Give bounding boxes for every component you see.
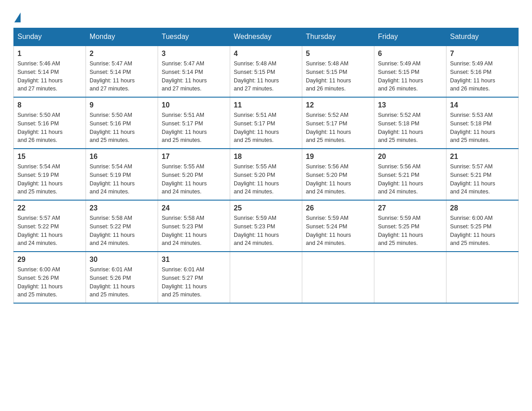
day-info: Sunrise: 5:47 AMSunset: 5:14 PMDaylight:… <box>162 60 226 93</box>
day-number: 7 <box>450 50 515 58</box>
day-info: Sunrise: 5:54 AMSunset: 5:19 PMDaylight:… <box>17 163 82 196</box>
weekday-header-thursday: Thursday <box>302 28 374 46</box>
page-header <box>13 9 519 23</box>
calendar-cell: 30 Sunrise: 6:01 AMSunset: 5:26 PMDaylig… <box>86 252 158 303</box>
day-info: Sunrise: 5:56 AMSunset: 5:21 PMDaylight:… <box>378 163 442 196</box>
day-info: Sunrise: 5:49 AMSunset: 5:16 PMDaylight:… <box>450 60 515 93</box>
day-number: 18 <box>234 153 298 161</box>
day-info: Sunrise: 6:01 AMSunset: 5:26 PMDaylight:… <box>90 265 154 299</box>
calendar-cell: 14 Sunrise: 5:53 AMSunset: 5:18 PMDaylig… <box>446 97 519 149</box>
week-row-4: 22 Sunrise: 5:57 AMSunset: 5:22 PMDaylig… <box>14 200 519 252</box>
day-info: Sunrise: 5:50 AMSunset: 5:16 PMDaylight:… <box>17 111 82 145</box>
day-info: Sunrise: 5:46 AMSunset: 5:14 PMDaylight:… <box>17 60 82 93</box>
calendar-cell: 16 Sunrise: 5:54 AMSunset: 5:19 PMDaylig… <box>86 149 158 200</box>
calendar-cell: 19 Sunrise: 5:56 AMSunset: 5:20 PMDaylig… <box>302 149 374 200</box>
week-row-1: 1 Sunrise: 5:46 AMSunset: 5:14 PMDayligh… <box>14 46 519 97</box>
day-info: Sunrise: 5:57 AMSunset: 5:21 PMDaylight:… <box>450 163 515 196</box>
calendar-cell: 7 Sunrise: 5:49 AMSunset: 5:16 PMDayligh… <box>446 46 519 97</box>
day-number: 10 <box>162 101 226 109</box>
day-number: 21 <box>450 153 515 161</box>
calendar-cell <box>374 252 446 303</box>
day-number: 6 <box>378 50 442 58</box>
day-number: 17 <box>162 153 226 161</box>
day-number: 15 <box>17 153 82 161</box>
day-number: 11 <box>234 101 298 109</box>
calendar-cell: 6 Sunrise: 5:49 AMSunset: 5:15 PMDayligh… <box>374 46 446 97</box>
day-number: 20 <box>378 153 442 161</box>
day-number: 31 <box>162 256 226 264</box>
calendar-cell: 28 Sunrise: 6:00 AMSunset: 5:25 PMDaylig… <box>446 200 519 252</box>
day-info: Sunrise: 5:55 AMSunset: 5:20 PMDaylight:… <box>162 163 226 196</box>
day-info: Sunrise: 5:58 AMSunset: 5:23 PMDaylight:… <box>162 214 226 248</box>
calendar-cell: 10 Sunrise: 5:51 AMSunset: 5:17 PMDaylig… <box>158 97 230 149</box>
calendar-cell: 23 Sunrise: 5:58 AMSunset: 5:22 PMDaylig… <box>86 200 158 252</box>
calendar-cell: 24 Sunrise: 5:58 AMSunset: 5:23 PMDaylig… <box>158 200 230 252</box>
day-info: Sunrise: 5:54 AMSunset: 5:19 PMDaylight:… <box>90 163 154 196</box>
day-number: 4 <box>234 50 298 58</box>
calendar-cell: 20 Sunrise: 5:56 AMSunset: 5:21 PMDaylig… <box>374 149 446 200</box>
day-info: Sunrise: 5:58 AMSunset: 5:22 PMDaylight:… <box>90 214 154 248</box>
day-number: 12 <box>306 101 370 109</box>
day-info: Sunrise: 5:48 AMSunset: 5:15 PMDaylight:… <box>234 60 298 93</box>
day-info: Sunrise: 5:56 AMSunset: 5:20 PMDaylight:… <box>306 163 370 196</box>
calendar-cell: 8 Sunrise: 5:50 AMSunset: 5:16 PMDayligh… <box>14 97 86 149</box>
calendar-cell: 26 Sunrise: 5:59 AMSunset: 5:24 PMDaylig… <box>302 200 374 252</box>
calendar-cell <box>302 252 374 303</box>
day-info: Sunrise: 6:00 AMSunset: 5:25 PMDaylight:… <box>450 214 515 248</box>
calendar-table: SundayMondayTuesdayWednesdayThursdayFrid… <box>13 28 519 304</box>
day-info: Sunrise: 5:50 AMSunset: 5:16 PMDaylight:… <box>90 111 154 145</box>
calendar-cell: 31 Sunrise: 6:01 AMSunset: 5:27 PMDaylig… <box>158 252 230 303</box>
day-number: 30 <box>90 256 154 264</box>
logo <box>13 13 21 23</box>
weekday-header-sunday: Sunday <box>14 28 86 46</box>
calendar-cell <box>230 252 302 303</box>
calendar-cell: 15 Sunrise: 5:54 AMSunset: 5:19 PMDaylig… <box>14 149 86 200</box>
week-row-3: 15 Sunrise: 5:54 AMSunset: 5:19 PMDaylig… <box>14 149 519 200</box>
day-info: Sunrise: 5:49 AMSunset: 5:15 PMDaylight:… <box>378 60 442 93</box>
weekday-header-friday: Friday <box>374 28 446 46</box>
day-number: 8 <box>17 101 82 109</box>
day-info: Sunrise: 5:51 AMSunset: 5:17 PMDaylight:… <box>234 111 298 145</box>
day-info: Sunrise: 6:00 AMSunset: 5:26 PMDaylight:… <box>17 265 82 299</box>
day-info: Sunrise: 5:52 AMSunset: 5:18 PMDaylight:… <box>378 111 442 145</box>
day-number: 14 <box>450 101 515 109</box>
day-info: Sunrise: 5:55 AMSunset: 5:20 PMDaylight:… <box>234 163 298 196</box>
week-row-2: 8 Sunrise: 5:50 AMSunset: 5:16 PMDayligh… <box>14 97 519 149</box>
calendar-cell <box>446 252 519 303</box>
day-number: 28 <box>450 204 515 212</box>
day-info: Sunrise: 5:51 AMSunset: 5:17 PMDaylight:… <box>162 111 226 145</box>
weekday-header-row: SundayMondayTuesdayWednesdayThursdayFrid… <box>14 28 519 46</box>
calendar-cell: 2 Sunrise: 5:47 AMSunset: 5:14 PMDayligh… <box>86 46 158 97</box>
calendar-cell: 4 Sunrise: 5:48 AMSunset: 5:15 PMDayligh… <box>230 46 302 97</box>
day-number: 22 <box>17 204 82 212</box>
day-number: 26 <box>306 204 370 212</box>
day-number: 19 <box>306 153 370 161</box>
calendar-cell: 11 Sunrise: 5:51 AMSunset: 5:17 PMDaylig… <box>230 97 302 149</box>
day-number: 24 <box>162 204 226 212</box>
calendar-cell: 25 Sunrise: 5:59 AMSunset: 5:23 PMDaylig… <box>230 200 302 252</box>
calendar-cell: 18 Sunrise: 5:55 AMSunset: 5:20 PMDaylig… <box>230 149 302 200</box>
day-info: Sunrise: 6:01 AMSunset: 5:27 PMDaylight:… <box>162 265 226 299</box>
calendar-cell: 21 Sunrise: 5:57 AMSunset: 5:21 PMDaylig… <box>446 149 519 200</box>
day-info: Sunrise: 5:53 AMSunset: 5:18 PMDaylight:… <box>450 111 515 145</box>
weekday-header-wednesday: Wednesday <box>230 28 302 46</box>
day-number: 29 <box>17 256 82 264</box>
day-info: Sunrise: 5:59 AMSunset: 5:25 PMDaylight:… <box>378 214 442 248</box>
calendar-cell: 13 Sunrise: 5:52 AMSunset: 5:18 PMDaylig… <box>374 97 446 149</box>
day-number: 27 <box>378 204 442 212</box>
calendar-cell: 17 Sunrise: 5:55 AMSunset: 5:20 PMDaylig… <box>158 149 230 200</box>
weekday-header-saturday: Saturday <box>446 28 519 46</box>
day-info: Sunrise: 5:47 AMSunset: 5:14 PMDaylight:… <box>90 60 154 93</box>
calendar-cell: 27 Sunrise: 5:59 AMSunset: 5:25 PMDaylig… <box>374 200 446 252</box>
week-row-5: 29 Sunrise: 6:00 AMSunset: 5:26 PMDaylig… <box>14 252 519 303</box>
day-info: Sunrise: 5:59 AMSunset: 5:23 PMDaylight:… <box>234 214 298 248</box>
day-info: Sunrise: 5:57 AMSunset: 5:22 PMDaylight:… <box>17 214 82 248</box>
day-number: 9 <box>90 101 154 109</box>
logo-triangle-icon <box>14 13 21 22</box>
day-number: 25 <box>234 204 298 212</box>
calendar-cell: 22 Sunrise: 5:57 AMSunset: 5:22 PMDaylig… <box>14 200 86 252</box>
calendar-cell: 9 Sunrise: 5:50 AMSunset: 5:16 PMDayligh… <box>86 97 158 149</box>
day-info: Sunrise: 5:48 AMSunset: 5:15 PMDaylight:… <box>306 60 370 93</box>
calendar-cell: 29 Sunrise: 6:00 AMSunset: 5:26 PMDaylig… <box>14 252 86 303</box>
calendar-cell: 1 Sunrise: 5:46 AMSunset: 5:14 PMDayligh… <box>14 46 86 97</box>
